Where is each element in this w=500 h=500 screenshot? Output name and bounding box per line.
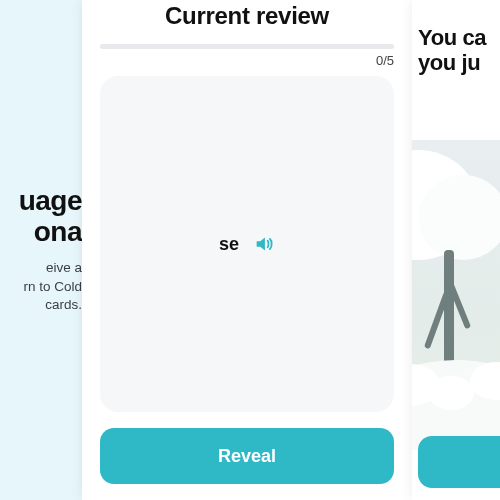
intro-desc-line: rn to Cold — [23, 279, 82, 294]
intro-description: eive a rn to Cold cards. — [0, 259, 82, 314]
promo-title-line: You ca — [418, 25, 486, 50]
tree-trunk — [444, 250, 454, 370]
reveal-button[interactable]: Reveal — [100, 428, 394, 484]
snow-bush — [428, 376, 474, 410]
promo-cta-button[interactable] — [418, 436, 500, 488]
flashcard-word: se — [219, 234, 239, 255]
intro-panel: uage ona eive a rn to Cold cards. — [0, 0, 82, 500]
progress-count: 0/5 — [100, 53, 394, 68]
intro-text-block: uage ona eive a rn to Cold cards. — [0, 186, 82, 314]
winter-illustration — [412, 140, 500, 440]
progress-bar — [100, 44, 394, 49]
intro-desc-line: eive a — [46, 260, 82, 275]
flashcard-content: se — [219, 233, 275, 255]
app-screenshots-row: uage ona eive a rn to Cold cards. Curren… — [0, 0, 500, 500]
speaker-icon[interactable] — [253, 233, 275, 255]
intro-title: uage ona — [0, 186, 82, 248]
flashcard[interactable]: se — [100, 76, 394, 412]
progress: 0/5 — [100, 44, 394, 68]
review-panel: Current review 0/5 se Reveal — [82, 0, 412, 500]
promo-panel: You ca you ju — [412, 0, 500, 500]
promo-title: You ca you ju — [418, 26, 486, 75]
intro-desc-line: cards. — [45, 297, 82, 312]
review-title: Current review — [100, 2, 394, 30]
tree-canopy — [418, 175, 500, 260]
intro-title-line: uage — [19, 185, 82, 216]
promo-title-line: you ju — [418, 50, 480, 75]
intro-title-line: ona — [34, 216, 82, 247]
